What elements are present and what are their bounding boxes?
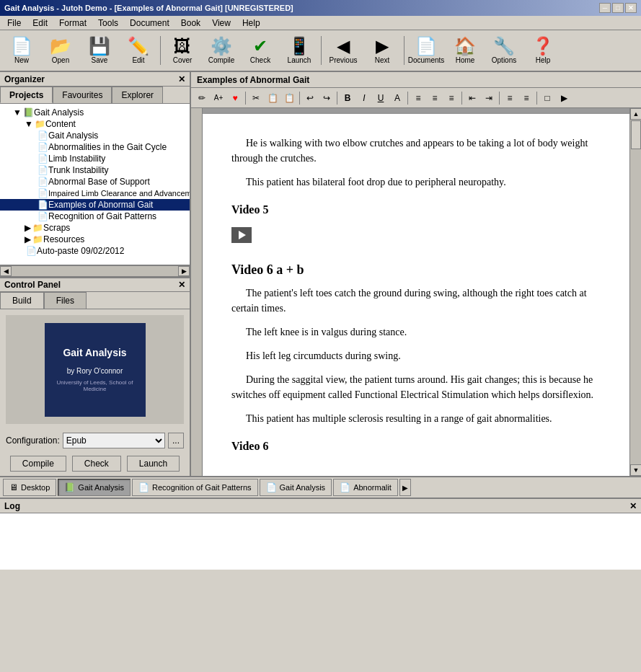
list-ordered-button[interactable]: ≡ bbox=[518, 90, 534, 106]
tree-scrollbar-h[interactable]: ◀ ▶ bbox=[0, 265, 190, 276]
launch-button[interactable]: 📱 Launch bbox=[280, 32, 318, 69]
control-panel-close[interactable]: ✕ bbox=[178, 280, 185, 290]
next-button[interactable]: ▶ Next bbox=[363, 32, 401, 69]
doc-scrollbar-v[interactable]: ▲ ▼ bbox=[629, 108, 641, 476]
paragraph-1: He is walking with two elbow crutches an… bbox=[231, 136, 601, 166]
align-right-button[interactable]: ≡ bbox=[443, 90, 459, 106]
menu-book[interactable]: Book bbox=[177, 17, 205, 30]
tree-label: Recognition of Gait Patterns bbox=[48, 211, 156, 221]
tab-explorer[interactable]: Explorer bbox=[112, 87, 163, 103]
align-left-button[interactable]: ≡ bbox=[410, 90, 426, 106]
undo-button[interactable]: ↩ bbox=[302, 90, 318, 106]
menu-help[interactable]: Help bbox=[238, 17, 265, 30]
paste-button[interactable]: 📋 bbox=[281, 90, 297, 106]
scroll-thumb[interactable] bbox=[631, 120, 641, 149]
taskbar-recognition[interactable]: 📄 Recognition of Gait Patterns bbox=[132, 479, 258, 496]
page-view-button[interactable]: □ bbox=[539, 90, 555, 106]
pencil-button[interactable]: ✏ bbox=[194, 90, 210, 106]
close-button[interactable]: ✕ bbox=[625, 3, 637, 13]
compile-action-button[interactable]: Compile bbox=[10, 456, 66, 472]
redo-button[interactable]: ↪ bbox=[319, 90, 335, 106]
compile-button[interactable]: ⚙️ Compile bbox=[203, 32, 240, 69]
help-button[interactable]: ❓ Help bbox=[524, 32, 562, 69]
launch-action-button[interactable]: Launch bbox=[127, 456, 180, 472]
log-content bbox=[0, 513, 641, 570]
doc-icon: 📄 bbox=[26, 246, 37, 256]
tree-abnormalities[interactable]: 📄 Abnormalities in the Gait Cycle bbox=[0, 141, 190, 153]
tree-resources[interactable]: ▶ 📁 Resources bbox=[0, 234, 190, 245]
tree-gait-analysis-item[interactable]: 📄 Gait Analysis bbox=[0, 130, 190, 141]
log-close[interactable]: ✕ bbox=[629, 501, 637, 511]
cp-tab-build[interactable]: Build bbox=[0, 292, 44, 309]
scroll-left-btn[interactable]: ◀ bbox=[0, 266, 12, 276]
tree-examples[interactable]: 📄 Examples of Abnormal Gait bbox=[0, 199, 190, 211]
tree-abnormal-base[interactable]: 📄 Abnormal Base of Support bbox=[0, 176, 190, 187]
tab-projects[interactable]: Projects bbox=[0, 87, 53, 103]
favorite-button[interactable]: ♥ bbox=[227, 90, 243, 106]
tree-content[interactable]: ▼ 📁 Content bbox=[0, 118, 190, 130]
edit-button[interactable]: ✏️ Edit bbox=[120, 32, 157, 69]
taskbar-abnormality[interactable]: 📄 Abnormalit bbox=[333, 479, 398, 496]
organizer-close[interactable]: ✕ bbox=[178, 74, 185, 84]
text-size-button[interactable]: A+ bbox=[211, 90, 226, 106]
main-toolbar: 📄 New 📂 Open 💾 Save ✏️ Edit 🖼 Cover ⚙️ C… bbox=[0, 30, 641, 72]
tree-scraps[interactable]: ▶ 📁 Scraps bbox=[0, 222, 190, 234]
menu-file[interactable]: File bbox=[3, 17, 25, 30]
check-button[interactable]: ✔ Check bbox=[242, 32, 279, 69]
open-button[interactable]: 📂 Open bbox=[42, 32, 79, 69]
check-action-button[interactable]: Check bbox=[72, 456, 121, 472]
scroll-track-v bbox=[630, 120, 641, 464]
new-button[interactable]: 📄 New bbox=[3, 32, 40, 69]
tab-favourites[interactable]: Favourites bbox=[53, 87, 112, 103]
taskbar-overflow-arrow[interactable]: ▶ bbox=[399, 479, 411, 496]
options-button[interactable]: 🔧 Options bbox=[485, 32, 523, 69]
align-center-button[interactable]: ≡ bbox=[427, 90, 443, 106]
minimize-button[interactable]: ─ bbox=[599, 3, 611, 13]
scroll-down-btn[interactable]: ▼ bbox=[630, 464, 641, 476]
cut-button[interactable]: ✂ bbox=[248, 90, 264, 106]
underline-button[interactable]: U bbox=[373, 90, 389, 106]
tree-impaired-limb[interactable]: 📄 Impaired Limb Clearance and Advancemen… bbox=[0, 187, 190, 199]
cover-button[interactable]: 🖼 Cover bbox=[164, 32, 201, 69]
list-unordered-button[interactable]: ≡ bbox=[502, 90, 518, 106]
home-button[interactable]: 🏠 Home bbox=[446, 32, 484, 69]
taskbar-desktop[interactable]: 🖥 Desktop bbox=[3, 479, 56, 496]
scroll-right-btn[interactable]: ▶ bbox=[178, 266, 190, 276]
indent-right-button[interactable]: ⇥ bbox=[481, 90, 497, 106]
doc-header: Examples of Abnormal Gait bbox=[191, 72, 641, 88]
next-icon: ▶ bbox=[376, 37, 389, 55]
menu-view[interactable]: View bbox=[208, 17, 235, 30]
tree-trunk-instability[interactable]: 📄 Trunk Instability bbox=[0, 164, 190, 176]
tree-auto-paste[interactable]: 📄 Auto-paste 09/02/2012 bbox=[0, 245, 190, 257]
fmt-sep3 bbox=[337, 92, 337, 105]
gait-analysis-icon: 📗 bbox=[64, 482, 75, 492]
previous-label: Previous bbox=[330, 56, 358, 64]
config-select[interactable]: Epub PDF HTML bbox=[63, 433, 165, 448]
documents-button[interactable]: 📄 Documents bbox=[407, 32, 445, 69]
cp-tab-files[interactable]: Files bbox=[44, 292, 87, 309]
tree-limb-instability[interactable]: 📄 Limb Instability bbox=[0, 153, 190, 164]
copy-button[interactable]: 📋 bbox=[265, 90, 280, 106]
open-label: Open bbox=[52, 56, 69, 64]
taskbar-gait-analysis2[interactable]: 📄 Gait Analysis bbox=[260, 479, 332, 496]
video5-icon[interactable] bbox=[231, 227, 252, 243]
scroll-up-btn[interactable]: ▲ bbox=[630, 108, 641, 120]
bold-button[interactable]: B bbox=[340, 90, 355, 106]
taskbar-gait-analysis[interactable]: 📗 Gait Analysis bbox=[58, 479, 131, 496]
folder-icon: 📗 bbox=[23, 107, 34, 118]
tree-gait-analysis[interactable]: ▼ 📗 Gait Analysis bbox=[0, 107, 190, 118]
menu-document[interactable]: Document bbox=[125, 17, 174, 30]
play-button[interactable]: ▶ bbox=[556, 90, 572, 106]
indent-left-button[interactable]: ⇤ bbox=[464, 90, 480, 106]
italic-button[interactable]: I bbox=[356, 90, 372, 106]
tree-recognition[interactable]: 📄 Recognition of Gait Patterns bbox=[0, 211, 190, 222]
previous-button[interactable]: ◀ Previous bbox=[324, 32, 362, 69]
menu-edit[interactable]: Edit bbox=[28, 17, 52, 30]
config-browse-button[interactable]: ... bbox=[168, 433, 184, 448]
save-button[interactable]: 💾 Save bbox=[81, 32, 118, 69]
font-color-button[interactable]: A bbox=[389, 90, 405, 106]
menu-format[interactable]: Format bbox=[55, 17, 91, 30]
menu-tools[interactable]: Tools bbox=[94, 17, 123, 30]
maximize-button[interactable]: □ bbox=[612, 3, 624, 13]
book-cover: Gait Analysis by Rory O'connor Universit… bbox=[45, 323, 146, 417]
